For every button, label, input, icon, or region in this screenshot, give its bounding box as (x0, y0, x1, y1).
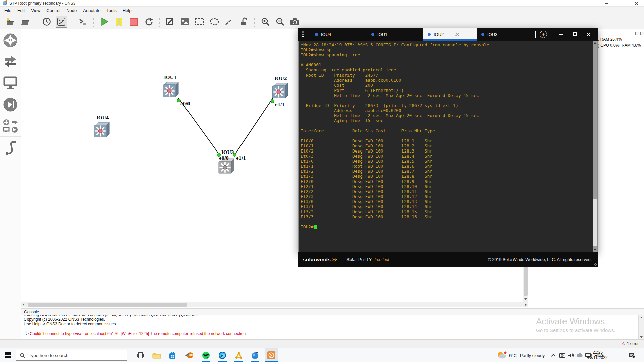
insert-image-icon[interactable] (179, 16, 191, 28)
gns3-vm-icon[interactable] (248, 350, 262, 360)
new-project-icon[interactable] (5, 16, 16, 28)
task-view-icon[interactable] (133, 350, 147, 360)
security-devices-icon[interactable] (0, 94, 21, 115)
routers-icon[interactable] (0, 29, 21, 51)
terminal-minimize-icon[interactable] (559, 34, 563, 35)
dock-float-button[interactable] (635, 32, 639, 35)
switches-icon[interactable] (0, 51, 21, 72)
console-line: Use Help -> GNS3 Doctor to detect common… (24, 322, 638, 326)
minimize-button[interactable] (599, 0, 614, 7)
hscroll-thumb[interactable] (28, 303, 187, 307)
scroll-up-arrow[interactable] (594, 42, 596, 44)
scroll-down-arrow[interactable] (524, 298, 527, 300)
console-icon[interactable] (77, 16, 89, 28)
symbol-manager-icon[interactable] (56, 16, 67, 28)
tray-clock[interactable]: 21:25 28/11/2022 (588, 350, 608, 360)
menu-file[interactable]: File (1, 7, 14, 14)
open-project-icon[interactable] (19, 16, 31, 28)
file-explorer-icon[interactable] (150, 350, 163, 360)
tray-onedrive-icon[interactable] (576, 348, 584, 362)
menubar: File Edit View Control Node Annotate Too… (0, 7, 644, 14)
stop-icon[interactable] (128, 16, 140, 28)
taskbar-search[interactable]: Type here to search (16, 350, 127, 361)
resize-grip[interactable] (594, 263, 597, 266)
clock-date: 28/11/2022 (588, 355, 608, 360)
tab-label: IOU2 (434, 32, 444, 37)
microsoft-store-icon[interactable] (166, 350, 179, 360)
menu-kebab-icon[interactable] (302, 31, 304, 37)
notification-center-icon[interactable] (628, 348, 635, 362)
weather-widget[interactable]: 6°C Partly cloudy (496, 348, 545, 362)
scroll-up-arrow[interactable] (640, 317, 643, 318)
console-error-line: => Couldn't connect to hypervisor on loc… (24, 331, 638, 336)
start-icon[interactable] (99, 16, 110, 28)
solar-putty-window: IOU4 IOU1 IOU2 IOU3 + *N (298, 28, 598, 253)
pause-icon[interactable] (113, 16, 125, 28)
snapshot-clock-icon[interactable] (41, 16, 52, 28)
tabbar-separator (535, 31, 536, 38)
spotify-icon[interactable] (199, 350, 213, 360)
reload-icon[interactable] (143, 16, 154, 28)
clock-time: 21:25 (588, 350, 608, 355)
scroll-left-arrow[interactable] (23, 303, 24, 306)
server-cpu-stat: ) CPU 0.0%, RAM 4.6% (598, 43, 641, 48)
canvas-hscrollbar[interactable] (21, 302, 528, 307)
tab-close-icon[interactable] (455, 33, 459, 36)
maximize-button[interactable] (614, 0, 629, 7)
error-badge[interactable]: ⚠ 1 error (621, 341, 639, 346)
device-iou4[interactable] (93, 122, 110, 138)
draw-ellipse-icon[interactable] (209, 16, 220, 28)
search-placeholder: Type here to search (29, 353, 68, 358)
scroll-right-arrow[interactable] (525, 303, 527, 306)
terminal-close-icon[interactable] (586, 32, 591, 37)
terminal-scroll-thumb[interactable] (593, 199, 597, 246)
menu-tools[interactable]: Tools (103, 7, 119, 14)
port-label: e0/0 (180, 102, 190, 106)
new-session-icon[interactable]: + (540, 31, 547, 38)
menu-view[interactable]: View (28, 7, 43, 14)
tab-iou1[interactable]: IOU1 (367, 28, 423, 41)
menu-control[interactable]: Control (43, 7, 63, 14)
gns3-icon[interactable] (232, 350, 246, 360)
zoom-out-icon[interactable] (274, 16, 286, 28)
tray-chevron-icon[interactable] (551, 348, 556, 362)
draw-line-icon[interactable] (223, 16, 235, 28)
tray-cast-icon[interactable] (559, 348, 566, 362)
terminal-scrollbar[interactable] (593, 41, 597, 252)
menu-annotate[interactable]: Annotate (80, 7, 103, 14)
all-devices-icon[interactable] (0, 115, 21, 137)
device-iou1[interactable] (162, 81, 179, 98)
terminal-maximize-icon[interactable] (573, 32, 577, 36)
zoom-in-icon[interactable] (260, 16, 271, 28)
toolbar-separator (93, 17, 94, 27)
tab-iou2-active[interactable]: IOU2 (423, 28, 477, 41)
console-header[interactable]: Console (21, 308, 644, 315)
lock-icon[interactable] (238, 16, 250, 28)
footer-separator (342, 256, 342, 263)
draw-rectangle-icon[interactable] (194, 16, 205, 28)
scroll-down-arrow[interactable] (640, 336, 643, 338)
close-button[interactable] (629, 0, 644, 7)
device-iou2[interactable] (272, 82, 288, 99)
menu-node[interactable]: Node (63, 7, 80, 14)
console-log[interactable]: Running GNS3 version 2.2.33.1 on Windows… (21, 315, 638, 339)
tab-iou3[interactable]: IOU3 (477, 28, 533, 41)
screenshot-icon[interactable] (289, 16, 301, 28)
tab-iou4[interactable]: IOU4 (310, 28, 367, 41)
console-error-prefix: => (24, 331, 30, 336)
dock-close-button[interactable] (640, 32, 644, 35)
solar-putty-icon[interactable] (265, 350, 278, 360)
tray-volume-icon[interactable] (568, 348, 574, 362)
end-devices-icon[interactable] (0, 72, 21, 94)
blender-icon[interactable] (183, 350, 196, 360)
edge-icon[interactable] (216, 350, 229, 360)
menu-edit[interactable]: Edit (14, 7, 28, 14)
menu-help[interactable]: Help (120, 7, 135, 14)
terminal-screen[interactable]: *Nov 28 18:24:19.075: %SYS-5-CONFIG_I: C… (298, 41, 598, 252)
add-note-icon[interactable] (164, 16, 176, 28)
add-link-icon[interactable] (0, 137, 21, 158)
console-scrollbar[interactable] (638, 315, 644, 339)
scroll-down-arrow[interactable] (594, 249, 596, 251)
toolbar-separator (159, 17, 160, 27)
start-button[interactable] (0, 348, 16, 362)
